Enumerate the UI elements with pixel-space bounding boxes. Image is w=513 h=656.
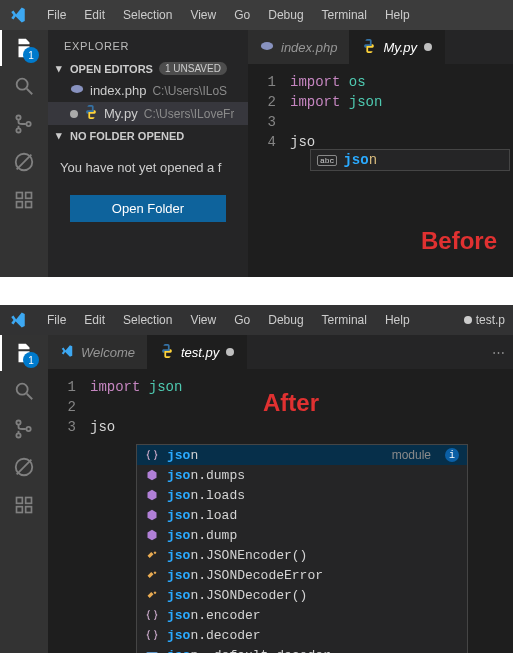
line-number: 1 [48, 377, 90, 397]
menu-debug[interactable]: Debug [268, 8, 303, 22]
code-editor[interactable]: 1import json23jso After jsonmoduleijson.… [48, 369, 513, 644]
svg-point-0 [17, 79, 28, 90]
extensions-icon[interactable] [12, 493, 36, 517]
svg-line-14 [27, 394, 33, 400]
menu-selection[interactable]: Selection [123, 313, 172, 327]
svg-point-4 [26, 122, 30, 126]
section-open-editors[interactable]: ▾ OPEN EDITORS 1 UNSAVED [48, 58, 248, 79]
line-number: 2 [48, 397, 90, 417]
suggestion-label: json [167, 448, 198, 463]
svg-point-17 [26, 427, 30, 431]
menu-selection[interactable]: Selection [123, 8, 172, 22]
suggestion-item[interactable]: json.dumps [137, 465, 467, 485]
suggestion-item[interactable]: json.JSONEncoder() [137, 545, 467, 565]
menu-edit[interactable]: Edit [84, 313, 105, 327]
code-line[interactable]: 2import json [248, 92, 513, 112]
svg-line-1 [27, 89, 33, 95]
search-icon[interactable] [12, 74, 36, 98]
tab-test-py[interactable]: test.py [148, 335, 247, 369]
svg-rect-23 [26, 498, 32, 504]
menu-view[interactable]: View [190, 313, 216, 327]
explorer-title: EXPLORER [48, 30, 248, 58]
intellisense-popup[interactable]: jsonmoduleijson.dumpsjson.loadsjson.load… [136, 444, 468, 653]
svg-line-19 [17, 460, 32, 475]
source-control-icon[interactable] [12, 417, 36, 441]
vscode-window-after: File Edit Selection View Go Debug Termin… [0, 305, 513, 653]
vscode-window-before: File Edit Selection View Go Debug Termin… [0, 0, 513, 277]
menu-file[interactable]: File [47, 313, 66, 327]
php-file-icon [260, 39, 274, 56]
menu-help[interactable]: Help [385, 8, 410, 22]
svg-rect-9 [26, 202, 32, 208]
suggestion-item[interactable]: json.JSONDecodeError [137, 565, 467, 585]
explorer-icon[interactable]: 1 [12, 341, 36, 365]
suggestion-label: json.load [167, 508, 237, 523]
code-line[interactable]: 3jso [48, 417, 513, 437]
tab-my-py[interactable]: My.py [350, 30, 445, 64]
info-icon[interactable]: i [445, 448, 459, 462]
activity-bar: 1 [0, 30, 48, 277]
module-kind-icon [145, 628, 159, 642]
tab-actions[interactable]: ⋯ [484, 335, 513, 369]
class-kind-icon [145, 568, 159, 582]
class-kind-icon [145, 548, 159, 562]
debug-icon[interactable] [12, 150, 36, 174]
suggestion-item[interactable]: json.JSONDecoder() [137, 585, 467, 605]
code-editor[interactable]: 1import os2import json34jso abc json Bef… [248, 64, 513, 269]
code-line[interactable]: 2 [48, 397, 513, 417]
no-folder-message: You have not yet opened a f [48, 146, 248, 189]
section-no-folder[interactable]: ▾ NO FOLDER OPENED [48, 125, 248, 146]
suggestion-item[interactable]: jsonmodulei [137, 445, 467, 465]
php-file-icon [70, 82, 84, 99]
menu-go[interactable]: Go [234, 313, 250, 327]
menu-file[interactable]: File [47, 8, 66, 22]
menu-help[interactable]: Help [385, 313, 410, 327]
tab-index-php[interactable]: index.php [248, 30, 350, 64]
open-editor-row[interactable]: My.py C:\Users\ILoveFr [48, 102, 248, 125]
suggestion-label: json.dumps [167, 468, 245, 483]
suggestion-label: json.encoder [167, 608, 261, 623]
svg-rect-7 [17, 193, 23, 199]
extensions-icon[interactable] [12, 188, 36, 212]
menu-terminal[interactable]: Terminal [322, 313, 367, 327]
svg-point-2 [16, 115, 20, 119]
svg-rect-8 [17, 202, 23, 208]
explorer-sidebar: EXPLORER ▾ OPEN EDITORS 1 UNSAVED index.… [48, 30, 248, 277]
open-folder-button[interactable]: Open Folder [70, 195, 226, 222]
suggestion-item[interactable]: json.load [137, 505, 467, 525]
file-name: index.php [90, 83, 146, 98]
suggestion-item[interactable]: json.dump [137, 525, 467, 545]
menu-debug[interactable]: Debug [268, 313, 303, 327]
suggestion-item[interactable]: json.loads [137, 485, 467, 505]
svg-point-3 [16, 128, 20, 132]
code-line[interactable]: 3 [248, 112, 513, 132]
source-control-icon[interactable] [12, 112, 36, 136]
python-file-icon [362, 39, 376, 56]
suggestion-match: jso [343, 152, 368, 168]
chevron-down-icon: ▾ [56, 129, 64, 142]
code-content: import json [290, 92, 382, 112]
suggestion-label: json.JSONEncoder() [167, 548, 307, 563]
class-kind-icon [145, 588, 159, 602]
suggestion-item[interactable]: json.encoder [137, 605, 467, 625]
svg-point-11 [71, 85, 83, 93]
menu-terminal[interactable]: Terminal [322, 8, 367, 22]
svg-rect-21 [17, 507, 23, 513]
tab-welcome[interactable]: Welcome [48, 335, 148, 369]
menu-go[interactable]: Go [234, 8, 250, 22]
method-kind-icon [145, 528, 159, 542]
code-line[interactable]: 1import os [248, 72, 513, 92]
debug-icon[interactable] [12, 455, 36, 479]
line-number: 4 [248, 132, 290, 152]
suggestion-item[interactable]: json.decoder [137, 625, 467, 645]
intellisense-popup[interactable]: abc json [310, 149, 510, 171]
menu-view[interactable]: View [190, 8, 216, 22]
search-icon[interactable] [12, 379, 36, 403]
explorer-badge: 1 [23, 352, 39, 368]
explorer-icon[interactable]: 1 [12, 36, 36, 60]
suggestion-label: json.JSONDecodeError [167, 568, 323, 583]
menu-edit[interactable]: Edit [84, 8, 105, 22]
open-editor-row[interactable]: index.php C:\Users\ILoS [48, 79, 248, 102]
code-line[interactable]: 1import json [48, 377, 513, 397]
suggestion-item[interactable]: json._default_decoder [137, 645, 467, 653]
